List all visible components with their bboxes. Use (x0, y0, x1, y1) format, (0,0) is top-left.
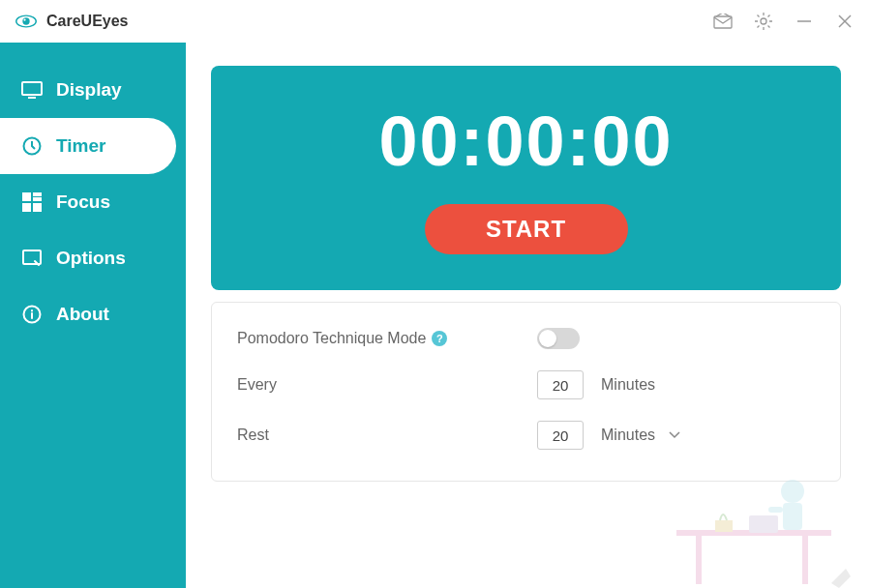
sidebar-item-options[interactable]: Options (0, 230, 186, 286)
gear-icon[interactable] (754, 12, 773, 31)
sidebar-item-display[interactable]: Display (0, 62, 186, 118)
minimize-icon[interactable] (795, 12, 814, 31)
rest-row: Rest Minutes (237, 421, 815, 450)
timer-display: 00:00:00 (378, 102, 673, 181)
mail-icon[interactable] (713, 12, 733, 31)
svg-rect-15 (33, 203, 42, 212)
every-input[interactable] (537, 370, 584, 399)
sidebar-item-label: Options (56, 248, 126, 269)
pomodoro-toggle[interactable] (537, 328, 580, 349)
help-icon[interactable]: ? (432, 331, 447, 346)
sidebar-item-label: Display (56, 79, 122, 101)
svg-rect-24 (783, 503, 802, 530)
sidebar-item-about[interactable]: About (0, 286, 186, 342)
rest-label: Rest (237, 426, 537, 444)
pomodoro-row: Pomodoro Technique Mode ? (237, 328, 815, 349)
close-icon[interactable] (835, 12, 855, 31)
svg-rect-11 (22, 192, 31, 201)
sidebar: Display Timer Focus (0, 43, 186, 588)
sidebar-item-timer[interactable]: Timer (0, 118, 176, 174)
sidebar-item-label: Focus (56, 191, 110, 213)
sidebar-item-label: About (56, 304, 109, 325)
display-icon (21, 79, 43, 101)
rest-unit-select[interactable]: Minutes (601, 426, 680, 444)
focus-icon (21, 191, 43, 213)
every-row: Every Minutes (237, 370, 815, 399)
svg-rect-14 (22, 203, 31, 212)
options-icon (21, 248, 43, 269)
app-title: CareUEyes (46, 13, 129, 30)
titlebar: CareUEyes (0, 0, 870, 43)
svg-rect-16 (23, 250, 41, 264)
svg-rect-20 (676, 530, 831, 536)
logo-wrap: CareUEyes (15, 11, 129, 32)
clock-icon (21, 135, 43, 157)
svg-rect-25 (768, 507, 783, 513)
pomodoro-label: Pomodoro Technique Mode ? (237, 330, 537, 347)
window-controls (713, 12, 855, 31)
svg-rect-22 (802, 536, 808, 584)
chevron-down-icon (669, 431, 680, 439)
svg-point-4 (761, 18, 766, 24)
info-icon (21, 304, 43, 325)
sidebar-item-focus[interactable]: Focus (0, 174, 186, 230)
svg-rect-26 (749, 515, 778, 533)
timer-card: 00:00:00 START (211, 66, 841, 290)
every-unit: Minutes (601, 376, 655, 394)
svg-rect-3 (714, 16, 732, 28)
svg-rect-8 (22, 82, 42, 95)
start-button[interactable]: START (425, 204, 628, 254)
timer-settings-card: Pomodoro Technique Mode ? Every Minutes … (211, 302, 841, 482)
svg-point-2 (23, 18, 25, 20)
svg-rect-21 (696, 536, 702, 584)
content-area: 00:00:00 START Pomodoro Technique Mode ?… (186, 43, 870, 588)
svg-rect-27 (715, 520, 733, 532)
svg-point-23 (781, 480, 804, 503)
svg-rect-13 (33, 197, 42, 201)
svg-rect-12 (33, 192, 42, 196)
rest-input[interactable] (537, 421, 584, 450)
every-label: Every (237, 376, 537, 394)
sidebar-item-label: Timer (56, 135, 105, 157)
svg-point-1 (22, 17, 29, 24)
app-logo-icon (15, 11, 37, 32)
